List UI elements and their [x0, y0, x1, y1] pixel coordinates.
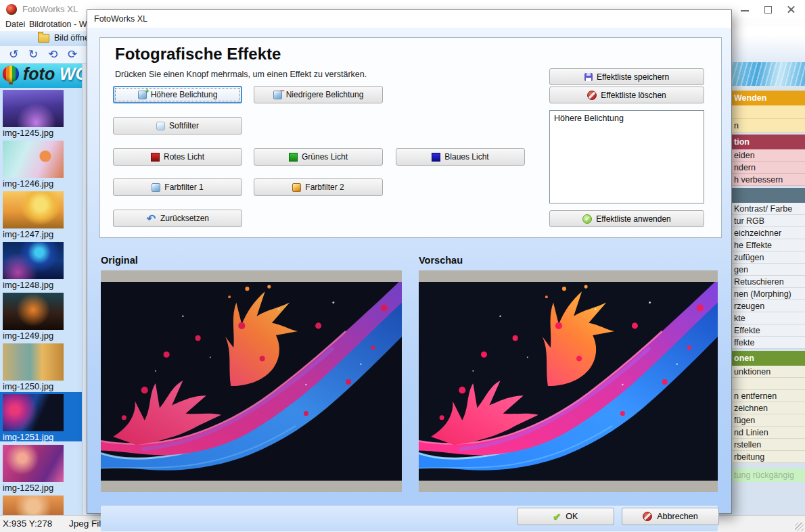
delete-effect-list-button[interactable]: Effektliste löschen [549, 87, 704, 103]
rotate-ccw-icon[interactable]: ⟲ [46, 47, 60, 62]
panel-menu-item[interactable]: rstellen [732, 439, 805, 451]
thumbnail-image[interactable] [3, 495, 64, 515]
red-light-button[interactable]: Rotes Licht [113, 148, 242, 166]
thumbnail-item[interactable]: img-1250.jpg [0, 341, 87, 391]
blue-light-button[interactable]: Blaues Licht [396, 148, 525, 166]
thumbnail-list: img-1245.jpg img-1246.jpg img-1247.jpg i… [0, 88, 87, 515]
panel-menu-item[interactable] [732, 105, 805, 119]
cursor-position: X:935 Y:278 [3, 518, 52, 529]
effect-list-entry[interactable]: Höhere Belichtung [550, 111, 704, 123]
close-button[interactable] [785, 3, 797, 16]
panel-menu-item[interactable]: tur RGB [732, 215, 805, 227]
thumbnail-label: img-1250.jpg [3, 381, 87, 391]
lower-exposure-button[interactable]: Niedrigere Belichtung [254, 86, 383, 103]
panel-menu-item[interactable]: zeichnen [732, 402, 805, 414]
blue-square-icon [432, 153, 440, 162]
panel-wave-banner [732, 62, 805, 89]
thumbnail-image[interactable] [3, 191, 64, 228]
green-light-button[interactable]: Grünes Licht [254, 148, 383, 166]
thumbnail-item[interactable] [0, 493, 87, 515]
color-filter-1-button[interactable]: Farbfilter 1 [113, 178, 242, 196]
thumbnail-label: img-1251.jpg [3, 432, 87, 442]
higher-exposure-button[interactable]: Höhere Belichtung [113, 86, 242, 103]
thumbnail-item[interactable]: img-1245.jpg [0, 88, 87, 137]
thumbnail-image[interactable] [3, 242, 64, 279]
panel-menu-item[interactable]: he Effekte [732, 239, 805, 251]
preview-scrollbar[interactable] [419, 270, 718, 282]
panel-menu-item[interactable]: ffekte [732, 337, 805, 349]
panel-menu-item[interactable] [732, 188, 805, 203]
panel-menu-item[interactable]: tung rückgängig [732, 468, 805, 482]
rotate-left-file-icon[interactable]: ↺ [7, 47, 20, 62]
panel-menu-item[interactable]: unktionen [732, 366, 805, 378]
undo-icon: ↶ [146, 214, 156, 223]
ok-button[interactable]: OK [517, 508, 614, 525]
panel-menu-item[interactable]: nen (Morphing) [732, 288, 805, 300]
panel-menu-item[interactable]: h verbessern [732, 174, 805, 186]
panel-menu-item[interactable]: fügen [732, 414, 805, 427]
reset-button[interactable]: ↶ Zurücksetzen [113, 210, 242, 227]
panel-menu-item[interactable]: Wenden [732, 91, 805, 105]
color-filter-2-button[interactable]: Farbfilter 2 [254, 178, 383, 196]
soft-filter-button[interactable]: Softfilter [113, 117, 242, 135]
menu-item-bildrotation[interactable]: Bildrotation - We [29, 20, 91, 29]
panel-menu-item[interactable]: Kontrast/ Farbe [732, 203, 805, 215]
panel-menu-item[interactable]: n [732, 119, 805, 132]
preview-label: Vorschau [419, 255, 463, 266]
thumbnail-label: img-1247.jpg [3, 229, 87, 239]
preview-scrollbar[interactable] [101, 270, 402, 282]
panel-menu-item[interactable]: eiden [732, 149, 805, 162]
green-square-icon [289, 153, 298, 162]
panel-menu-item[interactable]: tion [732, 135, 805, 149]
maximize-button[interactable] [762, 3, 774, 16]
thumbnail-item[interactable]: img-1252.jpg [0, 443, 87, 492]
preview-scrollbar[interactable] [419, 481, 718, 492]
panel-menu-item[interactable]: Retuschieren [732, 276, 805, 288]
cancel-button[interactable]: Abbrechen [622, 508, 719, 525]
thumbnail-image[interactable] [3, 293, 64, 330]
panel-menu-item[interactable] [732, 378, 805, 390]
dialog-title: FotoWorks XL [87, 10, 731, 28]
thumbnail-item[interactable]: img-1247.jpg [0, 189, 87, 239]
thumbnail-image[interactable] [3, 445, 64, 482]
panel-menu-item[interactable]: n entfernen [732, 390, 805, 402]
apply-effect-list-button[interactable]: Effektliste anwenden [549, 210, 704, 227]
minimize-button[interactable] [739, 3, 751, 16]
menu-item-datei[interactable]: Datei [5, 20, 25, 29]
preview-scrollbar[interactable] [101, 481, 402, 492]
folder-icon [38, 34, 49, 43]
image-browser-sidebar: foto WO img-1245.jpg img-1246.jpg img-12… [0, 64, 87, 515]
effect-preview-image [419, 282, 718, 481]
resize-grip[interactable] [795, 523, 804, 531]
panel-menu-item[interactable]: zufügen [732, 251, 805, 264]
panel-menu-item[interactable]: nd Linien [732, 427, 805, 439]
thumbnail-item[interactable]: img-1249.jpg [0, 291, 87, 340]
thumbnail-image[interactable] [3, 90, 64, 127]
thumbnail-image[interactable] [3, 141, 64, 178]
panel-menu-item[interactable]: Effekte [732, 324, 805, 337]
panel-menu-item[interactable]: eichzeichner [732, 227, 805, 239]
exposure-plus-icon [138, 91, 147, 99]
soft-filter-icon [156, 122, 165, 130]
thumbnail-label: img-1252.jpg [3, 483, 87, 493]
thumbnail-item[interactable]: img-1248.jpg [0, 240, 87, 289]
open-image-button[interactable]: Bild öffnen [38, 33, 94, 43]
panel-menu-item[interactable]: rzeugen [732, 300, 805, 312]
effect-listbox[interactable]: Höhere Belichtung [549, 110, 704, 203]
panel-menu-item[interactable]: onen [732, 351, 805, 366]
panel-menu-item[interactable]: gen [732, 264, 805, 276]
thumbnail-item[interactable]: img-1251.jpg [0, 392, 87, 441]
rotate-cw-icon[interactable]: ⟳ [66, 47, 79, 62]
thumbnail-image[interactable] [3, 394, 64, 431]
panel-menu-item[interactable]: rbeitung [732, 451, 805, 463]
blue-photo-icon [152, 183, 160, 192]
panel-menu-item[interactable]: ndern [732, 162, 805, 174]
rotate-right-file-icon[interactable]: ↻ [26, 47, 40, 62]
thumbnail-image[interactable] [3, 343, 64, 381]
green-check-icon [553, 512, 561, 521]
panel-menu-item[interactable]: kte [732, 312, 805, 324]
thumbnail-item[interactable]: img-1246.jpg [0, 139, 87, 188]
dialog-body: Fotografische Effekte Drücken Sie einen … [87, 28, 731, 513]
original-image [101, 282, 402, 481]
save-effect-list-button[interactable]: Effektliste speichern [549, 68, 704, 85]
